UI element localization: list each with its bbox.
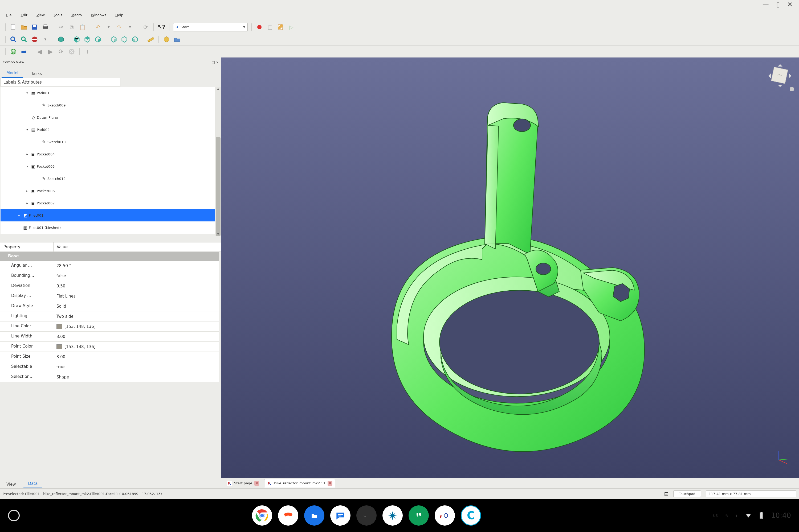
property-row[interactable]: Deviation0.50 <box>0 281 219 291</box>
maximize-button[interactable]: ▯ <box>776 1 780 8</box>
copy-button[interactable]: ⧉ <box>68 23 76 31</box>
mouse-mode-icon[interactable]: ⊟ <box>664 491 669 497</box>
save-button[interactable] <box>31 23 39 31</box>
group-button[interactable] <box>173 35 181 43</box>
property-row[interactable]: Bounding…false <box>0 271 219 281</box>
tree-item[interactable]: ◇DatumPlane <box>1 111 219 124</box>
new-file-button[interactable] <box>9 23 17 31</box>
cut-button[interactable]: ✂ <box>57 23 65 31</box>
undo-menu[interactable]: ▼ <box>105 23 113 31</box>
property-row[interactable]: Selection…Shape <box>0 372 219 382</box>
menu-edit[interactable]: Edit <box>21 13 28 17</box>
open-file-button[interactable] <box>20 23 28 31</box>
freecad-icon[interactable]: F <box>435 506 455 526</box>
print-button[interactable] <box>41 23 49 31</box>
3d-viewport[interactable]: TOP <box>221 57 799 478</box>
app-icon-blue[interactable] <box>382 506 403 526</box>
nav-refresh-button[interactable]: ⟳ <box>57 48 65 56</box>
tree-header[interactable]: Labels & Attributes <box>1 78 121 87</box>
doc-tab-document[interactable]: Fc bike_reflector_mount_mk2 : 1 ✕ <box>264 479 335 488</box>
clock[interactable]: 10:40 <box>771 512 791 519</box>
tab-tasks[interactable]: Tasks <box>26 69 47 78</box>
tree-item[interactable]: ▸▣Pocket007 <box>1 197 219 209</box>
isometric-button[interactable] <box>57 35 65 43</box>
nav-stop-button[interactable] <box>68 48 76 56</box>
menu-help[interactable]: Help <box>115 13 123 17</box>
property-row[interactable]: Line Width3.00 <box>0 331 219 342</box>
property-row[interactable]: Point Size3.00 <box>0 352 219 362</box>
draw-style-menu[interactable]: ▼ <box>41 35 49 43</box>
property-row[interactable]: Display …Flat Lines <box>0 291 219 301</box>
macro-record-button[interactable] <box>255 23 264 31</box>
left-view-button[interactable] <box>131 35 139 43</box>
battery-icon[interactable] <box>759 512 764 519</box>
tree-item[interactable]: ▸▣Pocket004 <box>1 148 219 160</box>
notification-icon[interactable]: ▮ <box>736 514 738 518</box>
redo-menu[interactable]: ▼ <box>126 23 134 31</box>
macro-stop-button[interactable]: ▢ <box>266 23 274 31</box>
hangouts-icon[interactable] <box>408 506 429 526</box>
undock-icon[interactable]: ◫ <box>212 60 215 64</box>
paste-button[interactable]: 📋 <box>78 23 86 31</box>
menu-macro[interactable]: Macro <box>71 13 82 17</box>
tree-item[interactable]: ▦Fillet001 (Meshed) <box>1 222 219 234</box>
undo-button[interactable]: ↶ <box>94 23 102 31</box>
part-button[interactable] <box>162 35 170 43</box>
close-button[interactable]: ✕ <box>787 1 793 8</box>
redo-button[interactable]: ↷ <box>115 23 123 31</box>
messages-icon[interactable] <box>330 506 350 526</box>
bottom-view-button[interactable] <box>121 35 128 43</box>
tab-view[interactable]: View <box>2 480 21 488</box>
fit-all-button[interactable] <box>9 35 17 43</box>
tree-item[interactable]: ▾▣Pocket005 <box>1 160 219 172</box>
terminal-icon[interactable]: >_ <box>356 506 377 526</box>
minimize-button[interactable]: — <box>763 1 769 8</box>
tree-item[interactable]: ▾▤Pad002 <box>1 124 219 136</box>
tree-item[interactable]: ▸▣Pocket006 <box>1 185 219 197</box>
macro-run-button[interactable]: ▷ <box>287 23 295 31</box>
rear-view-button[interactable] <box>110 35 118 43</box>
property-row[interactable]: Line Color[153, 148, 136] <box>0 322 219 331</box>
tree-item[interactable]: ▸◩Fillet001 <box>1 209 219 222</box>
draw-style-button[interactable] <box>31 35 39 43</box>
doc-tab-start[interactable]: Fc Start page ✕ <box>224 479 262 488</box>
tree-item[interactable]: ✎Sketch012 <box>1 172 219 185</box>
tree-item[interactable]: ✎Sketch009 <box>1 99 219 111</box>
zoom-in-button[interactable]: ＋ <box>83 48 91 56</box>
fit-selection-button[interactable] <box>20 35 28 43</box>
chrome-icon[interactable] <box>252 506 272 526</box>
files-icon[interactable] <box>304 506 324 526</box>
menu-view[interactable]: View <box>36 13 45 17</box>
stylus-icon[interactable]: ✎ <box>725 514 728 518</box>
nav-back-button[interactable]: ◀ <box>36 48 44 56</box>
cura-icon[interactable]: C <box>461 506 481 526</box>
navigation-cube[interactable]: TOP <box>766 62 793 89</box>
menu-file[interactable]: File <box>6 13 12 17</box>
wifi-icon[interactable] <box>745 512 752 519</box>
tree-scrollbar[interactable]: ▲▼ <box>215 87 221 236</box>
nav-forward-button[interactable]: ▶ <box>46 48 54 56</box>
stadia-icon[interactable] <box>278 506 298 526</box>
lang-indicator[interactable]: US <box>713 514 718 518</box>
web-home-button[interactable] <box>9 48 17 56</box>
tree-item[interactable]: ✎Sketch010 <box>1 136 219 148</box>
tab-model[interactable]: Model <box>2 69 23 78</box>
property-row[interactable]: Point Color[153, 148, 136] <box>0 342 219 352</box>
property-row[interactable]: Draw StyleSolid <box>0 301 219 311</box>
workbench-selector[interactable]: ➔Start ▼ <box>173 23 248 32</box>
close-tab-icon[interactable]: ✕ <box>254 481 259 486</box>
tree-item[interactable]: ▾▤Pad001 <box>1 87 219 99</box>
close-panel-icon[interactable]: ✕ <box>216 60 218 64</box>
tab-data[interactable]: Data <box>23 479 42 488</box>
measure-button[interactable] <box>147 35 155 43</box>
refresh-button[interactable]: ⟳ <box>142 23 150 31</box>
web-next-button[interactable]: ➡ <box>20 48 28 56</box>
right-view-button[interactable] <box>94 35 102 43</box>
zoom-out-button[interactable]: － <box>94 48 102 56</box>
close-tab-icon[interactable]: ✕ <box>328 481 332 486</box>
top-view-button[interactable] <box>83 35 91 43</box>
front-view-button[interactable] <box>73 35 81 43</box>
menu-tools[interactable]: Tools <box>54 13 62 17</box>
nav-style[interactable]: Touchpad <box>673 491 701 497</box>
property-row[interactable]: Angular …28.50 ° <box>0 261 219 271</box>
